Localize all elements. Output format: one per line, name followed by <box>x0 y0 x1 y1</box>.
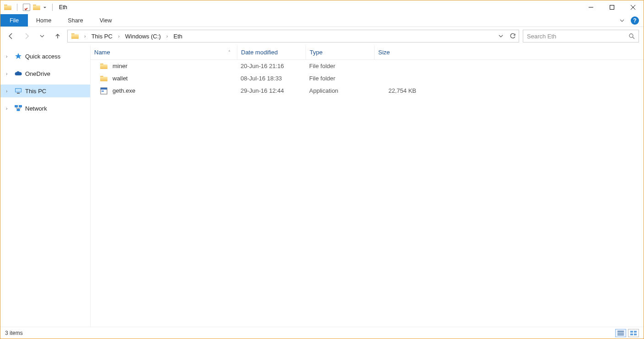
header-name[interactable]: Name ˄ <box>91 45 237 59</box>
file-name: miner <box>113 63 128 69</box>
sidebar-item-label: Quick access <box>25 53 60 60</box>
file-type: File folder <box>306 75 374 82</box>
separator <box>52 4 53 11</box>
quick-access-toolbar <box>0 4 55 11</box>
file-row[interactable]: miner20-Jun-16 21:16File folder <box>91 60 644 72</box>
sidebar-item-onedrive[interactable]: › OneDrive <box>0 67 90 80</box>
folder-icon[interactable] <box>33 5 40 10</box>
ribbon: File Home Share View ? <box>0 14 644 27</box>
forward-button[interactable] <box>21 30 32 42</box>
navigation-pane: › Quick access › OneDrive › This PC <box>0 45 91 327</box>
tab-home[interactable]: Home <box>28 14 59 26</box>
folder-icon <box>4 5 11 10</box>
folder-icon <box>100 64 107 69</box>
chevron-right-icon[interactable]: › <box>116 33 122 39</box>
breadcrumb-this-pc[interactable]: This PC <box>88 30 116 42</box>
maximize-button[interactable] <box>601 0 623 14</box>
chevron-right-icon[interactable]: › <box>6 54 11 59</box>
breadcrumb-drive[interactable]: Windows (C:) <box>122 30 165 42</box>
view-large-icons-button[interactable] <box>628 329 639 337</box>
tab-share[interactable]: Share <box>59 14 91 26</box>
cloud-icon <box>14 70 22 77</box>
folder-icon <box>100 76 107 81</box>
sidebar-item-network[interactable]: › Network <box>0 102 90 115</box>
svg-rect-10 <box>102 90 104 92</box>
back-button[interactable] <box>5 30 17 42</box>
svg-rect-3 <box>16 89 21 92</box>
svg-rect-13 <box>630 334 633 335</box>
svg-rect-12 <box>634 331 637 333</box>
file-size: 22,754 KB <box>374 87 420 94</box>
explorer-window: Eth File Home Share View ? <box>0 0 644 339</box>
column-headers: Name ˄ Date modified Type Size <box>91 45 644 60</box>
breadcrumb-current[interactable]: Eth <box>170 30 186 42</box>
properties-icon[interactable] <box>23 4 30 11</box>
view-details-button[interactable] <box>615 329 626 337</box>
svg-rect-11 <box>630 331 633 333</box>
main-area: › Quick access › OneDrive › This PC <box>0 45 644 327</box>
network-icon <box>14 105 22 112</box>
nav-row: › This PC › Windows (C:) › Eth <box>0 27 644 45</box>
header-type[interactable]: Type <box>306 45 374 59</box>
svg-rect-9 <box>101 88 107 90</box>
tab-view[interactable]: View <box>91 14 120 26</box>
file-type: Application <box>306 87 374 94</box>
window-title: Eth <box>59 4 67 11</box>
svg-rect-0 <box>610 5 614 10</box>
up-button[interactable] <box>52 30 64 42</box>
status-bar: 3 items <box>0 327 644 339</box>
file-row[interactable]: geth.exe29-Jun-16 12:44Application22,754… <box>91 85 644 97</box>
minimize-button[interactable] <box>580 0 601 14</box>
sidebar-item-label: Network <box>25 105 47 112</box>
folder-icon <box>71 33 79 39</box>
svg-point-1 <box>629 34 633 37</box>
file-type: File folder <box>306 63 374 69</box>
chevron-right-icon[interactable]: › <box>6 71 11 76</box>
content-pane: Name ˄ Date modified Type Size miner20-J… <box>91 45 644 327</box>
sidebar-item-this-pc[interactable]: › This PC <box>0 85 90 97</box>
svg-rect-14 <box>634 334 637 335</box>
search-input[interactable] <box>527 33 628 40</box>
header-size[interactable]: Size <box>374 45 420 59</box>
svg-rect-7 <box>17 109 20 111</box>
application-icon <box>100 87 108 95</box>
file-list[interactable]: miner20-Jun-16 21:16File folderwallet08-… <box>91 60 644 327</box>
address-root-icon[interactable] <box>68 30 82 42</box>
separator <box>17 4 17 11</box>
refresh-button[interactable] <box>507 30 519 42</box>
status-text: 3 items <box>5 330 23 336</box>
recent-locations-dropdown[interactable] <box>36 30 48 42</box>
qat-dropdown-icon[interactable] <box>43 5 47 9</box>
svg-rect-4 <box>17 93 20 94</box>
chevron-right-icon[interactable]: › <box>6 89 11 94</box>
star-icon <box>14 53 22 60</box>
ribbon-expand-icon[interactable] <box>618 16 626 25</box>
close-button[interactable] <box>623 0 644 14</box>
file-row[interactable]: wallet08-Jul-16 18:33File folder <box>91 72 644 85</box>
chevron-right-icon[interactable]: › <box>165 33 170 39</box>
file-name: geth.exe <box>113 87 135 94</box>
svg-rect-5 <box>15 105 18 107</box>
pc-icon <box>14 87 22 95</box>
address-dropdown-icon[interactable] <box>495 30 507 42</box>
search-icon <box>628 33 635 39</box>
svg-rect-6 <box>19 105 22 107</box>
file-date: 08-Jul-16 18:33 <box>237 75 306 82</box>
sidebar-item-label: This PC <box>25 88 46 95</box>
chevron-right-icon[interactable]: › <box>82 33 88 39</box>
sidebar-item-quick-access[interactable]: › Quick access <box>0 50 90 63</box>
titlebar: Eth <box>0 0 644 14</box>
header-label: Name <box>94 49 110 56</box>
chevron-right-icon[interactable]: › <box>6 106 11 111</box>
tab-file[interactable]: File <box>0 14 28 26</box>
search-box[interactable] <box>523 30 639 42</box>
address-bar[interactable]: › This PC › Windows (C:) › Eth <box>67 30 519 42</box>
file-name: wallet <box>113 75 128 82</box>
sort-indicator-icon: ˄ <box>228 50 231 55</box>
sidebar-item-label: OneDrive <box>25 70 50 77</box>
file-date: 20-Jun-16 21:16 <box>237 63 306 69</box>
header-date-modified[interactable]: Date modified <box>237 45 306 59</box>
file-date: 29-Jun-16 12:44 <box>237 87 306 94</box>
help-icon[interactable]: ? <box>631 16 639 25</box>
